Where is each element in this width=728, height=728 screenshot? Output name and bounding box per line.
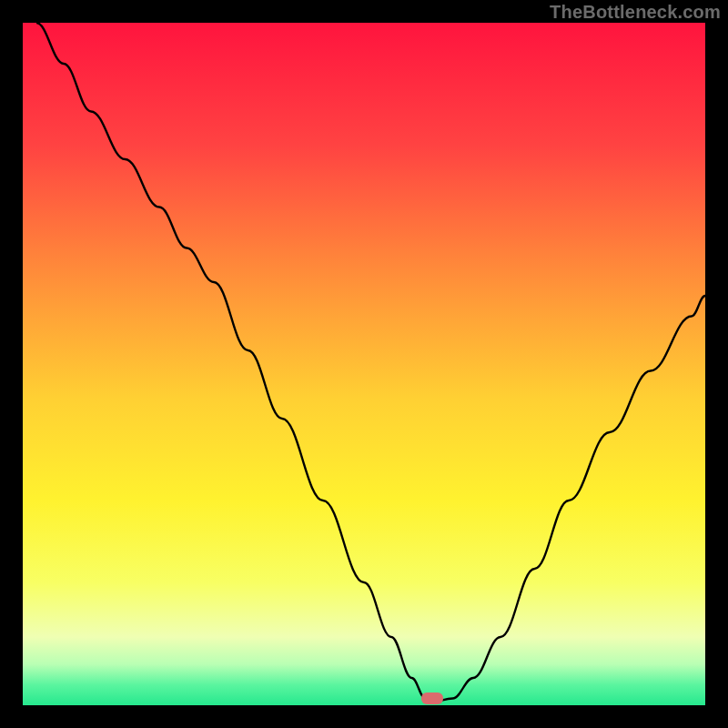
watermark-label: TheBottleneck.com — [550, 2, 721, 23]
gradient-background — [23, 23, 705, 705]
chart-frame: TheBottleneck.com — [0, 0, 728, 728]
bottleneck-chart-svg — [23, 23, 705, 705]
optimal-marker — [421, 693, 443, 704]
plot-area — [23, 23, 705, 705]
